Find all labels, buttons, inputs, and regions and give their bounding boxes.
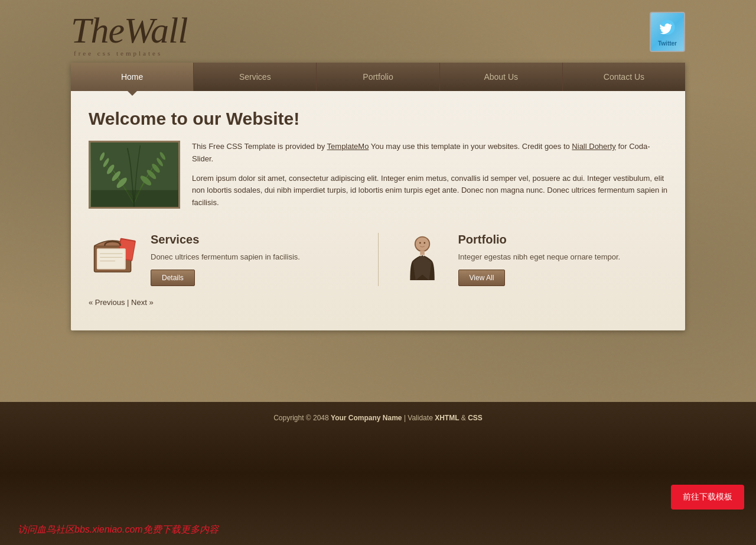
- site-tagline: free css templates: [74, 50, 187, 57]
- pagination: « Previous | Next »: [89, 298, 667, 307]
- fern-image: [90, 142, 178, 207]
- svg-point-22: [416, 238, 429, 251]
- features-section: Services Donec ultrices fermentum sapien…: [89, 233, 667, 287]
- portfolio-feature: Portfolio Integer egestas nibh eget nequ…: [396, 233, 668, 287]
- services-icon-svg: [92, 234, 139, 278]
- chinese-footer-text: 访问血鸟社区bbs.xieniao.com免费下载更多内容: [18, 524, 219, 536]
- features-divider: [378, 233, 379, 287]
- prev-link[interactable]: « Previous: [89, 298, 125, 307]
- services-feature: Services Donec ultrices fermentum sapien…: [89, 233, 360, 287]
- company-name-link[interactable]: Your Company Name: [331, 414, 402, 422]
- svg-rect-17: [98, 249, 125, 268]
- xhtml-link[interactable]: XHTML: [435, 414, 459, 422]
- footer: Copyright © 2048 Your Company Name | Val…: [0, 402, 756, 434]
- svg-point-24: [423, 242, 425, 244]
- portfolio-text: Integer egestas nibh eget neque ornare t…: [458, 251, 668, 263]
- svg-rect-12: [91, 190, 178, 207]
- nav-services[interactable]: Services: [194, 63, 317, 91]
- portfolio-content: Portfolio Integer egestas nibh eget nequ…: [458, 233, 668, 287]
- twitter-icon: [657, 18, 678, 39]
- portfolio-icon: [396, 233, 449, 280]
- copyright-text: Copyright © 2048: [273, 414, 329, 422]
- intro-text: This Free CSS Template is provided by Te…: [192, 141, 667, 209]
- svg-rect-25: [420, 251, 425, 255]
- main-nav: Home Services Portfolio About Us Contact…: [71, 63, 685, 91]
- css-link[interactable]: CSS: [468, 414, 483, 422]
- footer-and: &: [461, 414, 468, 422]
- content-area: Welcome to our Website!: [71, 91, 685, 330]
- twitter-label: Twitter: [658, 40, 677, 47]
- portfolio-title: Portfolio: [458, 233, 668, 246]
- intro-paragraph2: Lorem ipsum dolor sit amet, consectetur …: [192, 173, 667, 209]
- twitter-badge[interactable]: Twitter: [650, 12, 685, 52]
- logo-area: TheWall free css templates: [71, 12, 187, 57]
- pagination-separator: |: [127, 298, 129, 307]
- next-link[interactable]: Next »: [131, 298, 154, 307]
- services-details-button[interactable]: Details: [151, 270, 195, 286]
- templatemo-link[interactable]: TemplateMo: [327, 142, 369, 151]
- services-text: Donec ultrices fermentum sapien in facil…: [151, 251, 360, 263]
- footer-validate: | Validate: [404, 414, 435, 422]
- nav-about[interactable]: About Us: [440, 63, 563, 91]
- portfolio-icon-svg: [400, 233, 445, 280]
- services-content: Services Donec ultrices fermentum sapien…: [151, 233, 360, 287]
- intro-image: [89, 141, 180, 209]
- main-wrapper: Home Services Portfolio About Us Contact…: [71, 63, 685, 330]
- nav-home[interactable]: Home: [71, 63, 194, 91]
- site-logo: TheWall: [71, 12, 187, 48]
- download-button[interactable]: 前往下载模板: [671, 485, 744, 510]
- services-title: Services: [151, 233, 360, 246]
- intro-paragraph1: This Free CSS Template is provided by Te…: [192, 141, 667, 166]
- svg-point-23: [419, 242, 421, 244]
- page-title: Welcome to our Website!: [89, 109, 667, 129]
- services-icon: [89, 233, 142, 280]
- niall-link[interactable]: Niall Doherty: [572, 142, 615, 151]
- nav-contact[interactable]: Contact Us: [563, 63, 685, 91]
- portfolio-viewall-button[interactable]: View All: [458, 270, 506, 286]
- nav-portfolio[interactable]: Portfolio: [317, 63, 439, 91]
- intro-section: This Free CSS Template is provided by Te…: [89, 141, 667, 209]
